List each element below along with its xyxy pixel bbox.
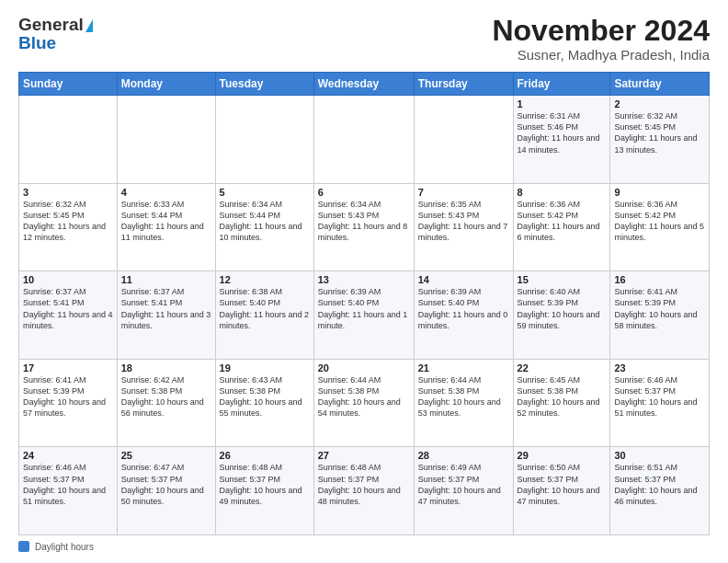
day-info: Sunrise: 6:48 AM Sunset: 5:37 PM Dayligh… (220, 462, 310, 507)
cell-w1-d3 (215, 96, 313, 184)
cell-w5-d3: 26Sunrise: 6:48 AM Sunset: 5:37 PM Dayli… (215, 447, 313, 535)
day-info: Sunrise: 6:34 AM Sunset: 5:43 PM Dayligh… (318, 199, 410, 244)
header-friday: Friday (513, 73, 610, 96)
day-info: Sunrise: 6:31 AM Sunset: 5:46 PM Dayligh… (518, 110, 607, 155)
day-number: 4 (121, 187, 211, 198)
day-number: 6 (318, 187, 410, 198)
header-monday: Monday (117, 73, 215, 96)
cell-w3-d7: 16Sunrise: 6:41 AM Sunset: 5:39 PM Dayli… (610, 271, 710, 360)
day-number: 5 (220, 187, 310, 198)
cell-w1-d5 (414, 96, 513, 184)
day-number: 20 (318, 362, 410, 373)
day-number: 26 (220, 450, 310, 461)
cell-w4-d4: 20Sunrise: 6:44 AM Sunset: 5:38 PM Dayli… (313, 359, 414, 447)
cell-w1-d6: 1Sunrise: 6:31 AM Sunset: 5:46 PM Daylig… (513, 96, 610, 184)
day-info: Sunrise: 6:45 AM Sunset: 5:38 PM Dayligh… (518, 374, 607, 419)
header-thursday: Thursday (414, 73, 513, 96)
day-info: Sunrise: 6:39 AM Sunset: 5:40 PM Dayligh… (418, 286, 509, 331)
cell-w5-d7: 30Sunrise: 6:51 AM Sunset: 5:37 PM Dayli… (610, 447, 710, 535)
day-number: 17 (23, 362, 113, 373)
cell-w4-d6: 22Sunrise: 6:45 AM Sunset: 5:38 PM Dayli… (513, 359, 610, 447)
cell-w1-d1 (19, 96, 118, 184)
daylight-label: Daylight hours (35, 542, 94, 552)
day-number: 19 (220, 362, 310, 373)
cell-w3-d6: 15Sunrise: 6:40 AM Sunset: 5:39 PM Dayli… (513, 271, 610, 360)
day-info: Sunrise: 6:37 AM Sunset: 5:41 PM Dayligh… (121, 286, 211, 331)
cell-w4-d2: 18Sunrise: 6:42 AM Sunset: 5:38 PM Dayli… (117, 359, 215, 447)
cell-w2-d2: 4Sunrise: 6:33 AM Sunset: 5:44 PM Daylig… (117, 183, 215, 271)
header-wednesday: Wednesday (313, 73, 414, 96)
page: General Blue November 2024 Susner, Madhy… (0, 0, 728, 563)
day-info: Sunrise: 6:44 AM Sunset: 5:38 PM Dayligh… (318, 374, 410, 419)
cell-w2-d4: 6Sunrise: 6:34 AM Sunset: 5:43 PM Daylig… (313, 183, 414, 271)
cell-w4-d5: 21Sunrise: 6:44 AM Sunset: 5:38 PM Dayli… (414, 359, 513, 447)
header: General Blue November 2024 Susner, Madhy… (18, 15, 710, 63)
day-number: 27 (318, 450, 410, 461)
day-info: Sunrise: 6:36 AM Sunset: 5:42 PM Dayligh… (518, 199, 607, 244)
day-number: 12 (220, 274, 310, 285)
cell-w5-d6: 29Sunrise: 6:50 AM Sunset: 5:37 PM Dayli… (513, 447, 610, 535)
week-row-5: 24Sunrise: 6:46 AM Sunset: 5:37 PM Dayli… (19, 447, 710, 535)
day-info: Sunrise: 6:41 AM Sunset: 5:39 PM Dayligh… (23, 374, 113, 419)
weekday-header-row: Sunday Monday Tuesday Wednesday Thursday… (19, 73, 710, 96)
day-info: Sunrise: 6:49 AM Sunset: 5:37 PM Dayligh… (418, 462, 509, 507)
day-info: Sunrise: 6:35 AM Sunset: 5:43 PM Dayligh… (418, 199, 509, 244)
day-number: 25 (121, 450, 211, 461)
cell-w5-d2: 25Sunrise: 6:47 AM Sunset: 5:37 PM Dayli… (117, 447, 215, 535)
day-info: Sunrise: 6:38 AM Sunset: 5:40 PM Dayligh… (220, 286, 310, 331)
day-number: 3 (23, 187, 113, 198)
day-number: 18 (121, 362, 211, 373)
header-saturday: Saturday (610, 73, 710, 96)
day-number: 11 (121, 274, 211, 285)
day-info: Sunrise: 6:36 AM Sunset: 5:42 PM Dayligh… (614, 199, 705, 244)
day-info: Sunrise: 6:32 AM Sunset: 5:45 PM Dayligh… (614, 110, 705, 155)
day-number: 13 (318, 274, 410, 285)
daylight-dot-icon (18, 541, 29, 552)
cell-w1-d7: 2Sunrise: 6:32 AM Sunset: 5:45 PM Daylig… (610, 96, 710, 184)
day-info: Sunrise: 6:41 AM Sunset: 5:39 PM Dayligh… (614, 286, 705, 331)
day-number: 16 (614, 274, 705, 285)
day-info: Sunrise: 6:32 AM Sunset: 5:45 PM Dayligh… (23, 199, 113, 244)
day-number: 1 (518, 98, 607, 109)
day-number: 10 (23, 274, 113, 285)
day-info: Sunrise: 6:50 AM Sunset: 5:37 PM Dayligh… (518, 462, 607, 507)
cell-w2-d5: 7Sunrise: 6:35 AM Sunset: 5:43 PM Daylig… (414, 183, 513, 271)
day-info: Sunrise: 6:40 AM Sunset: 5:39 PM Dayligh… (518, 286, 607, 331)
calendar-title: November 2024 (492, 15, 710, 47)
title-block: November 2024 Susner, Madhya Pradesh, In… (492, 15, 710, 63)
day-number: 30 (614, 450, 705, 461)
cell-w3-d1: 10Sunrise: 6:37 AM Sunset: 5:41 PM Dayli… (19, 271, 118, 360)
cell-w3-d2: 11Sunrise: 6:37 AM Sunset: 5:41 PM Dayli… (117, 271, 215, 360)
cell-w3-d4: 13Sunrise: 6:39 AM Sunset: 5:40 PM Dayli… (313, 271, 414, 360)
day-number: 8 (518, 187, 607, 198)
day-info: Sunrise: 6:44 AM Sunset: 5:38 PM Dayligh… (418, 374, 509, 419)
header-tuesday: Tuesday (215, 73, 313, 96)
day-info: Sunrise: 6:43 AM Sunset: 5:38 PM Dayligh… (220, 374, 310, 419)
day-number: 28 (418, 450, 509, 461)
cell-w2-d1: 3Sunrise: 6:32 AM Sunset: 5:45 PM Daylig… (19, 183, 118, 271)
logo-blue: Blue (18, 33, 56, 53)
day-number: 7 (418, 187, 509, 198)
logo-general: General (18, 15, 84, 35)
cell-w4-d7: 23Sunrise: 6:46 AM Sunset: 5:37 PM Dayli… (610, 359, 710, 447)
day-number: 23 (614, 362, 705, 373)
cell-w3-d3: 12Sunrise: 6:38 AM Sunset: 5:40 PM Dayli… (215, 271, 313, 360)
day-number: 24 (23, 450, 113, 461)
day-number: 15 (518, 274, 607, 285)
calendar-table: Sunday Monday Tuesday Wednesday Thursday… (18, 72, 710, 535)
day-info: Sunrise: 6:34 AM Sunset: 5:44 PM Dayligh… (220, 199, 310, 244)
week-row-2: 3Sunrise: 6:32 AM Sunset: 5:45 PM Daylig… (19, 183, 710, 271)
week-row-4: 17Sunrise: 6:41 AM Sunset: 5:39 PM Dayli… (19, 359, 710, 447)
cell-w4-d3: 19Sunrise: 6:43 AM Sunset: 5:38 PM Dayli… (215, 359, 313, 447)
cell-w5-d4: 27Sunrise: 6:48 AM Sunset: 5:37 PM Dayli… (313, 447, 414, 535)
day-number: 9 (614, 187, 705, 198)
day-info: Sunrise: 6:48 AM Sunset: 5:37 PM Dayligh… (318, 462, 410, 507)
day-info: Sunrise: 6:39 AM Sunset: 5:40 PM Dayligh… (318, 286, 410, 331)
cell-w2-d6: 8Sunrise: 6:36 AM Sunset: 5:42 PM Daylig… (513, 183, 610, 271)
cell-w2-d3: 5Sunrise: 6:34 AM Sunset: 5:44 PM Daylig… (215, 183, 313, 271)
cell-w2-d7: 9Sunrise: 6:36 AM Sunset: 5:42 PM Daylig… (610, 183, 710, 271)
week-row-3: 10Sunrise: 6:37 AM Sunset: 5:41 PM Dayli… (19, 271, 710, 360)
cell-w1-d2 (117, 96, 215, 184)
day-info: Sunrise: 6:42 AM Sunset: 5:38 PM Dayligh… (121, 374, 211, 419)
day-number: 29 (518, 450, 607, 461)
